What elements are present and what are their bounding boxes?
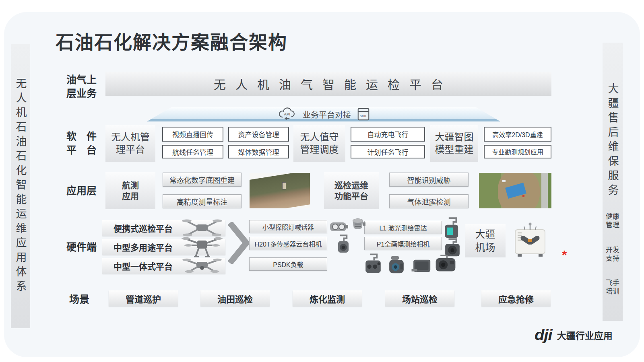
service-item-pilot: 飞手培训 (605, 279, 620, 296)
block-inspection-platform: 巡检运维功能平台 (324, 172, 379, 209)
brand-text: 大疆行业应用 (557, 328, 613, 342)
dji-dock-icon (510, 222, 551, 259)
payload-lidar-icon (443, 217, 461, 240)
right-service-bar: 大疆售后维保服务 健康管理 开发支持 飞手培训 (603, 43, 623, 321)
box-route-task: 航线任务管理 (162, 145, 223, 158)
aerial-image-inspection (479, 173, 551, 208)
platform-medium-multipurpose: 中型多用途平台 (102, 239, 225, 255)
row-label-application: 应用层 (66, 184, 97, 198)
box-scheduled-flight: 计划任务飞行 (351, 145, 425, 158)
block-aerial-survey: 航测应用 (105, 172, 155, 209)
svg-text:SDK.: SDK. (360, 114, 367, 118)
box-psdk-payload: PSDK负载 (249, 257, 327, 271)
box-threat-recognition: 智能识别威胁 (389, 173, 469, 187)
payload-speaker-icon (349, 216, 366, 233)
box-l1-lidar: L1 激光测绘雷达 (364, 221, 442, 234)
box-asset-management: 资产设备管理 (228, 127, 289, 142)
block-unattended-dispatch: 无人值守管理调度 (293, 125, 345, 162)
box-precision-annotation: 高精度测量标注 (163, 194, 242, 208)
platform-banner-text: 无人机油气智能运检平台 (204, 75, 453, 93)
service-item-dev: 开发支持 (605, 246, 620, 263)
box-basemap-reconstruction: 常态化数字底图重建 (163, 173, 242, 187)
right-service-bar-title: 大疆售后维保服务 (605, 83, 621, 199)
payload-psdk-box-icon (411, 258, 432, 275)
box-video-livestream: 视频直播回传 (162, 127, 223, 142)
scene-emergency-repair: 应急抢修 (481, 290, 551, 306)
platform-medium-integrated: 中型一体式平台 (102, 258, 225, 274)
row-label-hardware: 硬件端 (66, 241, 97, 254)
row-label-scenes: 场景 (69, 293, 89, 306)
box-auto-charge-flight: 自动充电飞行 (351, 127, 425, 142)
payload-zoom-camera-icon (363, 253, 383, 275)
drone-m30-icon (182, 255, 222, 276)
box-2d3d-reconstruction: 高效率2D/3D重建 (484, 127, 551, 142)
scene-station-inspection: 场站巡检 (385, 290, 454, 306)
box-media-data: 媒体数据管理 (228, 145, 289, 158)
svg-text:API: API (284, 112, 291, 116)
sdk-icon: SDK. (357, 108, 369, 121)
required-asterisk: * (562, 248, 567, 263)
scene-refinery-monitoring: 炼化监测 (293, 290, 362, 306)
page-title: 石油石化解决方案融合架构 (56, 27, 287, 54)
chevron-right-icon (228, 222, 250, 264)
payload-camera-icon (434, 254, 457, 274)
block-terra-model: 大疆智图模型重建 (430, 125, 478, 162)
footer-brand: dji 大疆行业应用 (535, 326, 613, 344)
scene-oilfield-inspection: 油田巡检 (200, 290, 270, 306)
integration-bridge: API 业务平台对接 SDK. (147, 107, 500, 121)
api-cloud-icon: API (278, 107, 296, 122)
box-h20t-camera: H20T多传感器云台相机 (249, 237, 327, 250)
block-dji-dock: 大疆机场 (465, 224, 506, 257)
bridge-label: 业务平台对接 (303, 109, 351, 120)
box-gas-leak-detection: 气体泄露检测 (389, 194, 469, 208)
left-system-bar-text: 无人机石油石化智能运维应用体系 (13, 78, 29, 295)
payload-thermal-camera-icon (387, 255, 406, 275)
aerial-image-mapping (250, 173, 310, 208)
box-survey-planning: 专业勘测规划应用 (484, 145, 551, 158)
payload-spotlight-icon (328, 219, 349, 234)
box-spotlight-speaker: 小型探照灯喊话器 (249, 220, 327, 233)
dji-logo: dji (535, 327, 552, 343)
left-system-bar: 无人机石油石化智能运维应用体系 (11, 44, 30, 328)
payload-gimbal-camera-icon (335, 234, 352, 255)
box-p1-camera: P1全画幅测绘相机 (364, 237, 442, 250)
row-label-upstream: 油气上 层业务 (66, 73, 97, 101)
block-drone-management: 无人机管理平台 (105, 125, 155, 162)
service-item-health: 健康管理 (605, 212, 620, 230)
platform-banner: 无人机油气智能运检平台 (105, 72, 551, 96)
architecture-diagram: 石油石化解决方案融合架构 无人机石油石化智能运维应用体系 大疆售后维保服务 健康… (0, 0, 644, 362)
scene-pipeline-patrol: 管道巡护 (109, 290, 178, 306)
row-label-software: 软 件 平 台 (66, 130, 97, 157)
